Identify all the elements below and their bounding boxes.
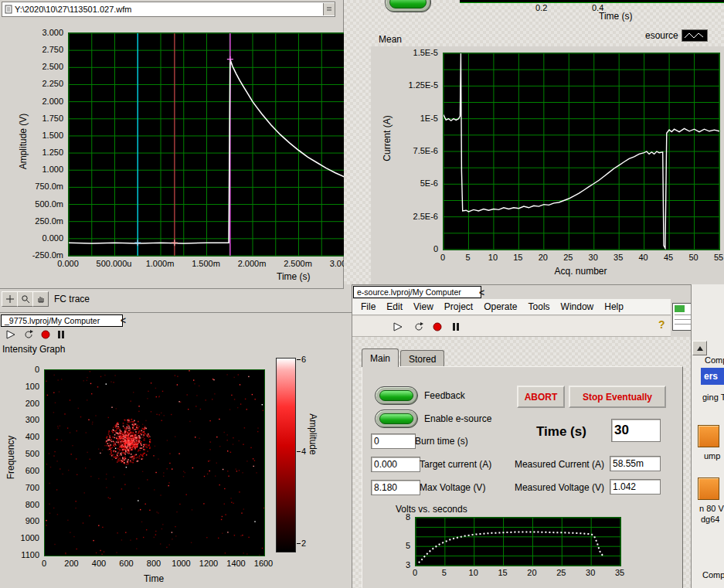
color-ramp-labels: 6 4 2 bbox=[297, 355, 306, 548]
menu-view[interactable]: View bbox=[408, 301, 439, 313]
feedback-label: Feedback bbox=[424, 390, 465, 401]
measured-current-label: Measured Current (A) bbox=[501, 459, 604, 470]
enable-esource-label: Enable e-source bbox=[424, 413, 491, 424]
pan-tool-button[interactable] bbox=[32, 291, 49, 307]
clipped-label-n80v: n 80 V bbox=[699, 504, 724, 513]
scroll-up-button[interactable] bbox=[692, 341, 707, 355]
mean-label: Mean bbox=[379, 34, 402, 45]
measured-current-value: 58.55m bbox=[610, 456, 661, 471]
intensity-x-axis-label: Time bbox=[44, 573, 263, 584]
front-panel: Main Stored Feedback Enable e-source ABO… bbox=[352, 337, 691, 588]
cursor-tool-button[interactable] bbox=[2, 291, 18, 307]
burn-time-input[interactable]: 0 bbox=[371, 433, 416, 449]
fc-plot-legend[interactable]: FC trace bbox=[54, 294, 90, 304]
ramp-label-min: 2 bbox=[301, 539, 306, 548]
intensity-x-axis: 02004006008001000120014001600 bbox=[44, 559, 263, 569]
clipped-label-comp-1: Comp bbox=[705, 355, 724, 365]
pause-icon[interactable] bbox=[448, 320, 464, 334]
clipped-label-ump: ump bbox=[704, 451, 720, 461]
left-window-title[interactable]: _9775.lvproj/My Computer bbox=[1, 314, 123, 327]
pause-icon[interactable] bbox=[53, 328, 69, 342]
run-continuous-icon[interactable] bbox=[411, 320, 427, 334]
fc-x-axis-label: Time (s) bbox=[277, 271, 311, 282]
wfm-path-control[interactable]: Y:\2020\10\27\113501.027.wfm bbox=[2, 2, 335, 17]
intensity-window: _9775.lvproj/My Computer < Intensity Gra… bbox=[0, 312, 352, 588]
volts-x-axis: 05101520253035 bbox=[415, 568, 620, 579]
clipped-label-dg64: dg64 bbox=[701, 515, 719, 524]
menu-project[interactable]: Project bbox=[439, 301, 478, 313]
esource-plot-legend[interactable]: esource bbox=[645, 29, 708, 42]
menu-edit[interactable]: Edit bbox=[381, 301, 408, 313]
abort-button[interactable]: ABORT bbox=[517, 386, 565, 408]
feedback-toggle[interactable] bbox=[375, 386, 418, 405]
toolbar: ? bbox=[352, 316, 671, 337]
fc-y-axis-label: Amplitude (V) bbox=[18, 104, 29, 178]
menu-help[interactable]: Help bbox=[599, 301, 629, 313]
stop-eventually-button[interactable]: Stop Eventually bbox=[569, 386, 666, 408]
intensity-graph-title: Intensity Graph bbox=[2, 344, 65, 355]
volts-seconds-graph[interactable]: 853 05101520253035 bbox=[398, 517, 630, 582]
target-current-input[interactable]: 0.000 bbox=[371, 457, 420, 472]
intensity-y-axis-label: Frequency bbox=[5, 427, 16, 488]
volts-y-axis: 853 bbox=[398, 517, 412, 565]
menu-file[interactable]: File bbox=[355, 301, 381, 313]
ramp-title: Amplitude bbox=[308, 392, 318, 477]
burn-time-label: Burn time (s) bbox=[415, 436, 468, 447]
esource-current-graph[interactable]: 1.5E-51.25E-51E-57.5E-65E-62.5E-60 05101… bbox=[404, 53, 724, 277]
tab-main[interactable]: Main bbox=[362, 348, 399, 367]
esource-x-axis-label: Acq. number bbox=[443, 266, 719, 277]
abort-icon[interactable] bbox=[430, 320, 445, 334]
partial-led-button[interactable] bbox=[385, 0, 431, 12]
clipped-orange-button-2[interactable] bbox=[698, 478, 719, 500]
color-ramp[interactable] bbox=[276, 358, 296, 552]
esource-back-arrow[interactable]: < bbox=[479, 287, 484, 298]
path-browse-button[interactable] bbox=[323, 3, 335, 15]
menu-window[interactable]: Window bbox=[556, 301, 600, 313]
partial-axis-tick-1: 0.2 bbox=[535, 3, 547, 12]
legend-label: esource bbox=[645, 30, 678, 41]
time-value[interactable]: 30 bbox=[611, 419, 661, 442]
menu-tools[interactable]: Tools bbox=[523, 301, 556, 313]
menu-bar: File Edit View Project Operate Tools Win… bbox=[352, 299, 671, 315]
esource-y-axis: 1.5E-51.25E-51E-57.5E-65E-62.5E-60 bbox=[404, 53, 440, 249]
enable-esource-toggle[interactable] bbox=[375, 410, 418, 428]
measured-voltage-label: Measured Voltage (V) bbox=[501, 482, 604, 493]
run-icon[interactable] bbox=[391, 320, 406, 334]
clipped-label-ging-t: ging T bbox=[702, 393, 724, 402]
fc-graph-palette: FC trace bbox=[0, 289, 343, 311]
abort-icon[interactable] bbox=[38, 328, 53, 342]
left-window-back-arrow[interactable]: < bbox=[121, 315, 126, 326]
tab-stored[interactable]: Stored bbox=[400, 350, 444, 367]
esource-window-title[interactable]: e-source.lvproj/My Computer bbox=[353, 286, 481, 298]
labview-desktop: Y:\2020\10\27\113501.027.wfm 3.0002.7502… bbox=[0, 0, 724, 588]
help-icon[interactable]: ? bbox=[658, 318, 665, 331]
measured-voltage-value: 1.042 bbox=[610, 479, 661, 495]
esource-panel-top: 0.2 0.4 Time (s) Mean esource 1.5E-51.25… bbox=[344, 0, 724, 284]
menu-operate[interactable]: Operate bbox=[478, 301, 522, 313]
ramp-label-max: 6 bbox=[301, 355, 306, 364]
fc-waveform-window: Y:\2020\10\27\113501.027.wfm 3.0002.7502… bbox=[0, 0, 344, 289]
fc-trace-graph[interactable]: 3.0002.7502.5002.2502.0001.7501.5001.250… bbox=[29, 32, 354, 277]
run-continuous-icon[interactable] bbox=[21, 328, 36, 342]
partial-axis-label: Time (s) bbox=[599, 11, 633, 22]
fc-x-axis: 0.000500.000u1.000m1.500m2.000m2.500m3.0… bbox=[68, 259, 344, 270]
clipped-label-comp-2: Comp bbox=[702, 570, 724, 580]
esource-window: e-source.lvproj/My Computer < File Edit … bbox=[352, 284, 691, 588]
clipped-orange-button-1[interactable] bbox=[698, 425, 719, 447]
path-file-icon bbox=[5, 5, 12, 14]
ramp-label-mid: 4 bbox=[301, 447, 306, 456]
main-tab-page: Feedback Enable e-source ABORT Stop Even… bbox=[362, 366, 683, 588]
path-value: Y:\2020\10\27\113501.027.wfm bbox=[15, 5, 131, 14]
zoom-tool-button[interactable] bbox=[17, 291, 33, 307]
esource-y-axis-label: Current (A) bbox=[382, 106, 393, 171]
time-label: Time (s) bbox=[536, 424, 586, 440]
legend-line-sample[interactable] bbox=[682, 29, 708, 42]
max-voltage-label: Max Voltage (V) bbox=[420, 482, 485, 493]
max-voltage-input[interactable]: 8.180 bbox=[371, 480, 420, 495]
fc-y-axis: 3.0002.7502.5002.2502.0001.7501.5001.250… bbox=[29, 32, 65, 255]
intensity-graph[interactable]: 010020030040050060070080090010001100 020… bbox=[12, 369, 267, 572]
run-icon[interactable] bbox=[4, 328, 19, 342]
clipped-blue-button[interactable]: ers bbox=[701, 368, 724, 385]
right-edge-window-strip: Comp ers ging T ump n 80 V dg64 Comp bbox=[691, 284, 724, 588]
esource-x-axis: 0510152025303540455055 bbox=[443, 253, 719, 263]
